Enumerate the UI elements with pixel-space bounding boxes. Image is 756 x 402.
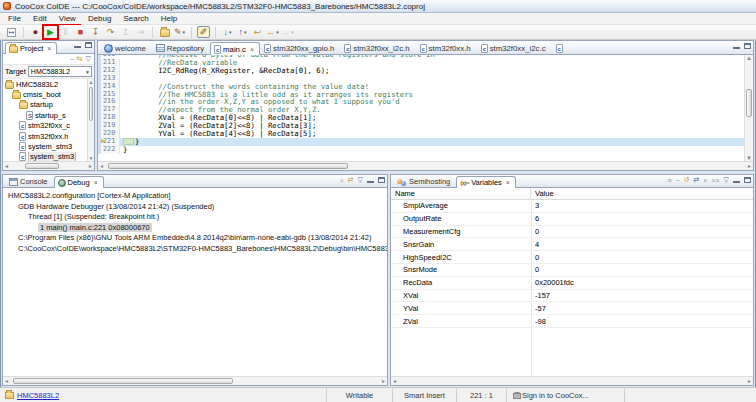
minimize-icon[interactable] (733, 43, 740, 49)
editor-tab-repository[interactable]: Repository (152, 41, 210, 54)
code-line[interactable]: 222} (98, 146, 753, 154)
column-header-value[interactable]: Value (531, 189, 753, 198)
scrollbar-thumb[interactable] (25, 163, 59, 169)
scrollbar-thumb[interactable] (89, 87, 93, 121)
debug-tree-row[interactable]: Thread [1] (Suspended: Breakpoint hit.) (3, 212, 387, 223)
debug-tree-row[interactable]: HMC5883L2.configuration [Cortex-M Applic… (3, 191, 387, 202)
editor-vertical-scrollbar[interactable]: ▲ ▼ (744, 55, 753, 161)
project-vertical-scrollbar[interactable]: ▲ ▼ (87, 79, 94, 161)
menu-chevron-icon[interactable]: ▽ (724, 176, 729, 184)
refresh-icon[interactable]: ↺ (684, 176, 690, 184)
build-button[interactable]: ✎▾ (173, 26, 186, 38)
view-tab-console[interactable]: Console (5, 175, 54, 187)
maximize-icon[interactable] (85, 42, 92, 48)
minimize-icon[interactable] (733, 177, 740, 183)
debug-tree-row[interactable]: 1 main() main.c:221 0x08000670 (3, 223, 387, 234)
debug-horizontal-scrollbar[interactable]: ◄ ► (3, 376, 387, 385)
tree-item[interactable]: stm32f0xx.h (3, 131, 94, 141)
scroll-right-icon[interactable]: ► (88, 162, 93, 170)
scrollbar-thumb[interactable] (746, 89, 752, 117)
debug-tree-row[interactable]: GDB Hardware Debugger (13/08/2014 21:42)… (3, 202, 387, 213)
menu-file[interactable]: File (2, 13, 27, 24)
previous-annotation-button[interactable]: ↑▾ (236, 26, 249, 38)
maximize-icon[interactable] (378, 177, 385, 183)
tree-item[interactable]: startup (3, 100, 94, 110)
last-edit-location-button[interactable]: ↩ (251, 26, 264, 38)
editor-tab-icon-only[interactable] (552, 41, 569, 54)
code-area[interactable]: 210 //Receive 6 bytes of data from the v… (98, 55, 753, 154)
maximize-icon[interactable] (744, 43, 751, 49)
menu-chevron-icon[interactable]: ▽ (358, 176, 363, 184)
menu-chevron-icon[interactable]: ▽ (86, 55, 91, 63)
terminate-button[interactable]: ■ (74, 26, 87, 38)
variable-row[interactable]: RecData0x20001fdc (391, 277, 753, 290)
project-link[interactable]: HMC5883L2 (17, 391, 59, 400)
tree-item[interactable]: HMC5883L2 (3, 79, 94, 89)
menu-debug[interactable]: Debug (82, 13, 118, 24)
scroll-left-icon[interactable]: ◄ (4, 377, 9, 385)
project-horizontal-scrollbar[interactable]: ◄ ► (3, 161, 94, 170)
scrollbar-thumb[interactable] (108, 163, 348, 169)
scroll-left-icon[interactable]: ◄ (392, 377, 397, 385)
editor-tab-stm32f0xx-i2c.c[interactable]: stm32f0xx_i2c.c (477, 41, 552, 54)
scroll-up-icon[interactable]: ▲ (88, 79, 94, 85)
editor-tab-stm32f0xx.h[interactable]: stm32f0xx.h (416, 41, 477, 54)
show-type-names-icon[interactable]: ≡ (667, 177, 671, 184)
menu-edit[interactable]: Edit (27, 13, 53, 24)
variable-row[interactable]: HighSpeedI2C0 (391, 251, 753, 264)
debug-button[interactable]: ● (29, 26, 42, 38)
column-header-name[interactable]: Name (391, 188, 531, 199)
scroll-right-icon[interactable]: ► (747, 377, 752, 385)
editor-horizontal-scrollbar[interactable]: ◄ ► (98, 161, 753, 170)
variable-row[interactable]: SnsrMode0 (391, 264, 753, 277)
step-into-button[interactable]: ↧ (89, 26, 102, 38)
variable-row[interactable]: SmplAverage3 (391, 200, 753, 213)
next-annotation-button[interactable]: ↓▾ (221, 26, 234, 38)
remove-terminated-icon[interactable]: × (340, 177, 344, 184)
variable-row[interactable]: OutputRate6 (391, 213, 753, 226)
target-select[interactable]: HMC5883L2 ▼ (28, 66, 92, 77)
code-line[interactable]: 221} (98, 138, 753, 146)
scroll-up-icon[interactable]: ▲ (745, 55, 753, 61)
editor-tab-main.c[interactable]: main.c× (210, 42, 260, 55)
menu-view[interactable]: View (53, 13, 82, 24)
menu-search[interactable]: Search (117, 13, 154, 24)
maximize-icon[interactable] (744, 177, 751, 183)
status-signin[interactable]: Sign in to CooCox... (506, 388, 624, 402)
scroll-right-icon[interactable]: ► (381, 377, 386, 385)
scroll-left-icon[interactable]: ◄ (4, 162, 9, 170)
step-over-button[interactable]: ↷ (104, 26, 117, 38)
view-layout-icon[interactable]: ⇄ (348, 176, 354, 184)
code-line[interactable]: 212 I2C_RdReg(R_XRegister, &RecData[0], … (98, 67, 753, 75)
back-button[interactable]: ←▾ (266, 26, 279, 38)
editor-tab-stm32f0xx-i2c.h[interactable]: stm32f0xx_i2c.h (340, 41, 415, 54)
change-view-icon[interactable]: ⇄ (693, 176, 699, 184)
menu-help[interactable]: Help (155, 13, 183, 24)
remove-all-icon[interactable]: ×× (711, 177, 719, 184)
code-line[interactable]: 220 YVal = (RecData[4]<<8) | RecData[5]; (98, 130, 753, 138)
debug-perspective-button[interactable]: ↦ (5, 26, 18, 38)
resume-button[interactable]: ▶ (44, 26, 57, 38)
minimize-icon[interactable] (74, 42, 81, 48)
variable-row[interactable]: MeasurementCfg0 (391, 226, 753, 239)
close-icon[interactable]: × (94, 179, 98, 186)
flash-highlight-button[interactable]: ✐ (197, 26, 210, 38)
view-tab-debug[interactable]: Debug× (54, 176, 104, 188)
tree-item[interactable]: startup_s (3, 110, 94, 120)
variable-row[interactable]: ZVal-98 (391, 315, 753, 328)
tree-item[interactable]: cmsis_boot (3, 89, 94, 99)
variable-row[interactable]: XVal-157 (391, 290, 753, 303)
collapse-all-icon[interactable]: − (70, 56, 74, 63)
open-project-button[interactable] (158, 26, 171, 38)
tree-item[interactable]: system_stm3 (3, 141, 94, 151)
view-tab-semihosting[interactable]: Semihosting (393, 175, 456, 187)
editor-tab-welcome[interactable]: welcome (100, 41, 152, 54)
scroll-right-icon[interactable]: ► (747, 162, 752, 170)
editor-tab-stm32f0xx-gpio.h[interactable]: stm32f0xx_gpio.h (260, 41, 340, 54)
variable-row[interactable]: SnsrGain4 (391, 238, 753, 251)
tree-item[interactable]: stm32f0xx_c (3, 121, 94, 131)
close-icon[interactable]: × (506, 179, 510, 186)
close-icon[interactable]: × (250, 46, 254, 53)
debug-tree-row[interactable]: C:\Program Files (x86)\GNU Tools ARM Emb… (3, 233, 387, 244)
scroll-left-icon[interactable]: ◄ (99, 162, 104, 170)
